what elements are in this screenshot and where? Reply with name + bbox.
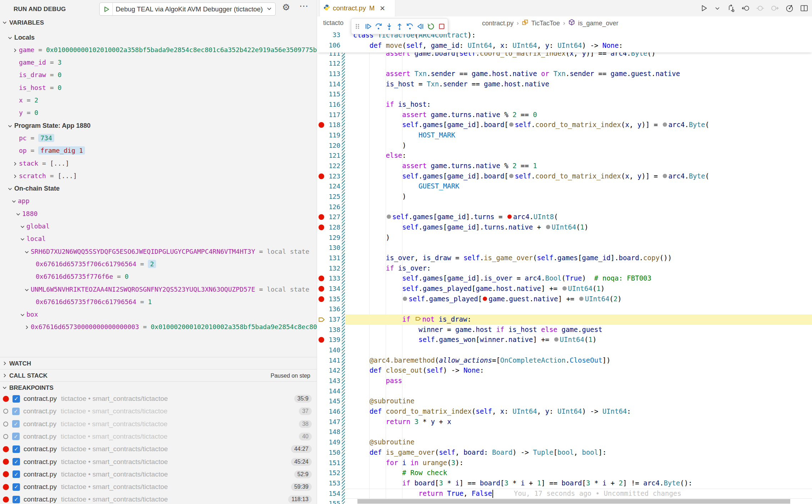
code-line-136[interactable]: 136 [317,304,812,314]
code-line-140[interactable]: 140 [317,345,812,356]
line-number[interactable]: 140 [322,346,340,354]
breakpoint-row[interactable]: ✓contract.pytictactoe • smart_contracts/… [0,392,317,405]
code-line-114[interactable]: 114 is_host = Txn.sender == game.host.na… [317,79,812,90]
code-line-130[interactable]: 130 [317,243,812,253]
code-text[interactable]: self.games[game_id].board[self.coord_to_… [353,172,709,180]
code-line-155[interactable]: 155 [317,499,812,504]
chevron-right-icon[interactable] [12,161,18,167]
tree-row-local[interactable]: local [0,233,317,246]
code-text[interactable]: assert game.turns.native % 2 == 1 [353,162,537,170]
code-line-120[interactable]: 120 ) [317,141,812,151]
variables-section-header[interactable]: VARIABLES [0,16,317,29]
tree-row-global[interactable]: global [0,221,317,233]
code-text[interactable]: def close_out(self) -> None: [353,366,484,374]
line-number[interactable]: 119 [322,131,340,139]
line-number[interactable]: 120 [322,142,340,149]
stop-icon[interactable] [438,22,446,31]
code-line-133[interactable]: 133 self.games[game_id].is_over = arc4.B… [317,273,812,284]
code-line-147[interactable]: 147 return 3 * y + x [317,417,812,427]
chevron-down-icon[interactable] [266,5,272,13]
breakpoint-checkbox[interactable]: ✓ [12,483,20,491]
inline-breakpoint-dot[interactable] [403,297,407,301]
tree-row-is_draw[interactable]: is_draw = 0 [0,69,317,82]
code-text[interactable]: assert game.turns.native % 2 == 0 [353,111,537,119]
line-number[interactable]: 129 [322,234,340,241]
call-stack-section-header[interactable]: CALL STACK Paused on step [0,369,317,381]
chevron-down-icon[interactable] [15,211,21,217]
code-text[interactable]: for i in urange(3): [353,459,463,467]
line-number[interactable]: 117 [322,111,340,119]
line-number[interactable]: 155 [322,500,340,504]
line-number[interactable]: 134 [322,285,340,292]
line-number[interactable]: 115 [322,90,340,98]
tree-row-pc[interactable]: pc = 734 [0,132,317,145]
line-number[interactable]: 135 [322,295,340,303]
start-debug-icon[interactable] [102,5,110,13]
inline-breakpoint-dot[interactable] [554,337,558,342]
chevron-right-icon[interactable] [12,173,18,179]
inline-breakpoint-dot[interactable] [663,174,667,178]
line-number[interactable]: 149 [322,438,340,446]
code-line-135[interactable]: 135 self.games_played[game.guest.native]… [317,294,812,304]
code-line-118[interactable]: 118 self.games[game_id].board[self.coord… [317,120,812,130]
code-text[interactable]: assert Txn.sender == game.host.native or… [353,70,680,77]
code-text[interactable]: else: [353,151,406,159]
tree-row-0x67616d6573000000000000[interactable]: 0x67616d65730000000000000003 = 0x0100020… [0,321,317,334]
restart-icon[interactable] [427,22,435,31]
tree-row-scratch[interactable]: scratch = [...] [0,170,317,183]
line-number[interactable]: 122 [322,162,340,170]
code-text[interactable]: return 3 * y + x [353,418,451,425]
chevron-right-icon[interactable] [24,324,30,330]
code-line-137[interactable]: 137 if not is_draw: [317,314,812,325]
code-text[interactable]: if board[3 * i] == board[3 * i + 1] == b… [353,479,692,487]
code-text[interactable]: return True, FalseYou, 17 seconds ago • … [353,489,681,498]
code-text[interactable]: GUEST_MARK [353,182,459,190]
line-number[interactable]: 153 [322,479,340,487]
chevron-down-icon[interactable] [7,186,13,192]
line-number[interactable]: 130 [322,244,340,251]
tree-row-0x67616d65735f706c617965[interactable]: 0x67616d65735f706c61796564 = 2 [0,258,317,271]
breakpoint-checkbox[interactable]: ✓ [12,420,20,428]
tree-row-game[interactable]: game = 0x010000000102010002a358bf5bada9e… [0,44,317,57]
code-line-151[interactable]: 151 for i in urange(3): [317,458,812,468]
code-line-116[interactable]: 116 if is_host: [317,100,812,110]
line-number[interactable]: 151 [322,459,340,467]
code-line-142[interactable]: 142 def close_out(self) -> None: [317,366,812,376]
breakpoint-row[interactable]: ✓contract.pytictactoe • smart_contracts/… [0,430,317,443]
line-number[interactable]: 125 [322,193,340,200]
code-line-148[interactable]: 148 [317,427,812,437]
breakpoint-checkbox[interactable]: ✓ [12,445,20,453]
code-line-141[interactable]: 141 @arc4.baremethod(allow_actions=[OnCo… [317,356,812,366]
code-text[interactable]: self.games[game_id].board[self.coord_to_… [353,121,709,128]
code-line-153[interactable]: 153 if board[3 * i] == board[3 * i + 1] … [317,478,812,489]
tree-row-1880[interactable]: 1880 [0,208,317,221]
code-text[interactable]: @subroutine [353,438,415,446]
line-number[interactable]: 150 [322,449,340,456]
code-text[interactable]: ) [353,141,406,149]
line-number[interactable]: 114 [322,80,340,88]
line-number[interactable]: 133 [322,274,340,282]
breakpoint-checkbox[interactable]: ✓ [12,433,20,440]
inline-breakpoint-dot[interactable] [546,225,550,229]
breakpoint-checkbox[interactable]: ✓ [12,496,20,503]
code-line-126[interactable]: 126 [317,202,812,212]
launch-config-dropdown[interactable]: Debug TEAL via AlgoKit AVM Debugger (tic… [99,2,276,16]
chevron-down-icon[interactable] [24,287,30,293]
line-number[interactable]: 128 [322,223,340,231]
line-number[interactable]: 116 [322,101,340,108]
line-number[interactable]: 113 [322,70,340,77]
code-line-113[interactable]: 113 assert Txn.sender == game.host.nativ… [317,69,812,79]
line-number[interactable]: 152 [322,469,340,477]
code-line-119[interactable]: 119 HOST_MARK [317,130,812,141]
breakpoint-row[interactable]: ✓contract.pytictactoe • smart_contracts/… [0,455,317,468]
code-line-131[interactable]: 131 is_over, is_draw = self.is_game_over… [317,253,812,263]
chevron-right-icon[interactable] [12,47,18,53]
code-line-146[interactable]: 146 def coord_to_matrix_index(self, x: U… [317,407,812,417]
line-number[interactable]: 144 [322,387,340,395]
tree-row-game_id[interactable]: game_id = 3 [0,57,317,70]
code-line-112[interactable]: 112 [317,59,812,69]
chevron-right-icon[interactable] [2,361,7,368]
tree-row-stack[interactable]: stack = [...] [0,158,317,171]
code-line-128[interactable]: 128 self.games[game_id].turns.native + U… [317,222,812,233]
line-number[interactable]: 112 [322,60,340,67]
